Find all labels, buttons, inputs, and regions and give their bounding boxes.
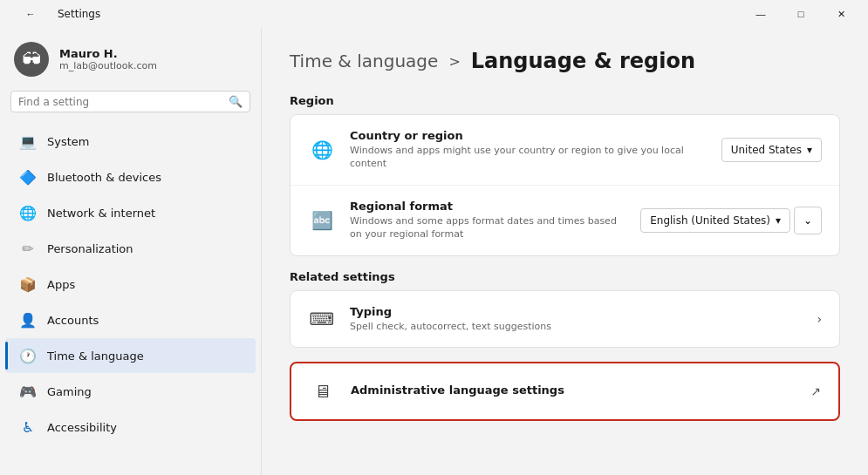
title-bar-left: ← Settings bbox=[10, 0, 100, 28]
typing-text: Typing Spell check, autocorrect, text su… bbox=[350, 305, 803, 333]
sidebar-item-time[interactable]: 🕐Time & language bbox=[5, 338, 256, 373]
regional-format-value: English (United States) bbox=[650, 214, 770, 227]
sidebar-item-label-personalization: Personalization bbox=[47, 242, 133, 255]
regional-format-dropdown[interactable]: English (United States) ▾ bbox=[640, 208, 790, 233]
content-area: Time & language > Language & region Regi… bbox=[262, 28, 868, 475]
sidebar-item-system[interactable]: 💻System bbox=[5, 124, 256, 159]
profile-name: Mauro H. bbox=[59, 47, 157, 60]
breadcrumb-separator: > bbox=[448, 53, 460, 70]
accounts-icon: 👤 bbox=[19, 311, 37, 329]
app-title: Settings bbox=[58, 8, 100, 20]
typing-row[interactable]: ⌨️ Typing Spell check, autocorrect, text… bbox=[290, 291, 839, 347]
typing-card: ⌨️ Typing Spell check, autocorrect, text… bbox=[290, 290, 840, 348]
sidebar-item-gaming[interactable]: 🎮Gaming bbox=[5, 374, 256, 409]
maximize-button[interactable]: □ bbox=[781, 0, 821, 28]
sidebar-item-label-network: Network & internet bbox=[47, 207, 155, 220]
sidebar-item-accounts[interactable]: 👤Accounts bbox=[5, 302, 256, 337]
regional-format-text: Regional format Windows and some apps fo… bbox=[350, 200, 626, 241]
dropdown-chevron: ▾ bbox=[807, 144, 812, 156]
sidebar-item-label-system: System bbox=[47, 135, 89, 148]
regional-format-expand[interactable]: ⌄ bbox=[794, 207, 822, 234]
related-section-title: Related settings bbox=[290, 270, 840, 283]
admin-lang-row[interactable]: 🖥 Administrative language settings ↗ bbox=[291, 363, 838, 419]
country-region-desc: Windows and apps might use your country … bbox=[350, 144, 707, 171]
sidebar-item-personalization[interactable]: ✏️Personalization bbox=[5, 231, 256, 266]
admin-lang-text: Administrative language settings bbox=[351, 383, 796, 398]
minimize-button[interactable]: — bbox=[741, 0, 781, 28]
sidebar-item-label-gaming: Gaming bbox=[47, 385, 92, 398]
format-dropdown-chevron: ▾ bbox=[776, 214, 781, 227]
profile-email: m_lab@outlook.com bbox=[59, 60, 157, 71]
network-icon: 🌐 bbox=[19, 204, 37, 221]
country-dropdown-control: United States ▾ bbox=[721, 138, 822, 162]
regional-format-control: English (United States) ▾ ⌄ bbox=[640, 207, 822, 234]
search-box[interactable]: 🔍 bbox=[10, 91, 250, 112]
back-button[interactable]: ← bbox=[10, 0, 51, 28]
regional-format-title: Regional format bbox=[350, 200, 626, 213]
country-value: United States bbox=[731, 144, 802, 156]
regional-format-desc: Windows and some apps format dates and t… bbox=[350, 214, 626, 241]
format-icon: 🔤 bbox=[308, 207, 336, 234]
sidebar-item-label-bluetooth: Bluetooth & devices bbox=[47, 171, 161, 184]
country-dropdown[interactable]: United States ▾ bbox=[721, 138, 822, 162]
country-region-title: Country or region bbox=[350, 129, 707, 142]
admin-lang-card: 🖥 Administrative language settings ↗ bbox=[290, 362, 840, 421]
page-title: Language & region bbox=[471, 49, 695, 73]
typing-desc: Spell check, autocorrect, text suggestio… bbox=[350, 320, 803, 333]
region-section-title: Region bbox=[290, 94, 840, 107]
sidebar-item-label-time: Time & language bbox=[47, 349, 144, 363]
admin-lang-control: ↗ bbox=[810, 384, 821, 398]
sidebar-item-accessibility[interactable]: ♿Accessibility bbox=[5, 410, 256, 444]
region-section: Region 🌐 Country or region Windows and a… bbox=[290, 94, 840, 256]
sidebar-item-bluetooth[interactable]: 🔷Bluetooth & devices bbox=[5, 159, 256, 194]
time-icon: 🕐 bbox=[19, 347, 37, 364]
page-header: Time & language > Language & region bbox=[290, 49, 840, 73]
apps-icon: 📦 bbox=[19, 275, 37, 293]
search-icon: 🔍 bbox=[229, 95, 243, 108]
avatar: 🕶 bbox=[14, 42, 49, 77]
search-input[interactable] bbox=[18, 96, 223, 108]
admin-lang-title: Administrative language settings bbox=[351, 383, 796, 397]
accessibility-icon: ♿ bbox=[19, 418, 37, 436]
sidebar: 🕶 Mauro H. m_lab@outlook.com 🔍 💻System🔷B… bbox=[0, 28, 262, 475]
sidebar-item-network[interactable]: 🌐Network & internet bbox=[5, 195, 256, 230]
chevron-right-icon: › bbox=[817, 312, 822, 326]
avatar-emoji: 🕶 bbox=[22, 49, 41, 71]
admin-lang-icon: 🖥 bbox=[309, 377, 337, 405]
sidebar-item-label-accessibility: Accessibility bbox=[47, 421, 117, 434]
related-section: Related settings ⌨️ Typing Spell check, … bbox=[290, 270, 840, 421]
typing-control: › bbox=[817, 312, 822, 326]
typing-title: Typing bbox=[350, 305, 803, 318]
gaming-icon: 🎮 bbox=[19, 383, 37, 400]
app-container: 🕶 Mauro H. m_lab@outlook.com 🔍 💻System🔷B… bbox=[0, 28, 868, 475]
country-region-text: Country or region Windows and apps might… bbox=[350, 129, 707, 171]
sidebar-item-label-apps: Apps bbox=[47, 278, 75, 291]
sidebar-item-apps[interactable]: 📦Apps bbox=[5, 267, 256, 302]
profile-section[interactable]: 🕶 Mauro H. m_lab@outlook.com bbox=[0, 28, 261, 87]
profile-info: Mauro H. m_lab@outlook.com bbox=[59, 47, 157, 71]
window-controls: — □ ✕ bbox=[741, 0, 861, 28]
country-region-row: 🌐 Country or region Windows and apps mig… bbox=[290, 115, 839, 186]
regional-format-row: 🔤 Regional format Windows and some apps … bbox=[290, 186, 839, 255]
title-bar: ← Settings — □ ✕ bbox=[0, 0, 868, 28]
keyboard-icon: ⌨️ bbox=[308, 305, 336, 333]
globe-icon: 🌐 bbox=[308, 136, 336, 164]
nav-list: 💻System🔷Bluetooth & devices🌐Network & in… bbox=[0, 119, 261, 475]
region-card: 🌐 Country or region Windows and apps mig… bbox=[290, 114, 840, 256]
close-button[interactable]: ✕ bbox=[821, 0, 861, 28]
system-icon: 💻 bbox=[19, 132, 37, 150]
personalization-icon: ✏️ bbox=[19, 240, 37, 257]
breadcrumb: Time & language bbox=[290, 51, 438, 71]
external-link-icon: ↗ bbox=[810, 384, 821, 398]
sidebar-item-label-accounts: Accounts bbox=[47, 314, 99, 327]
bluetooth-icon: 🔷 bbox=[19, 168, 37, 186]
